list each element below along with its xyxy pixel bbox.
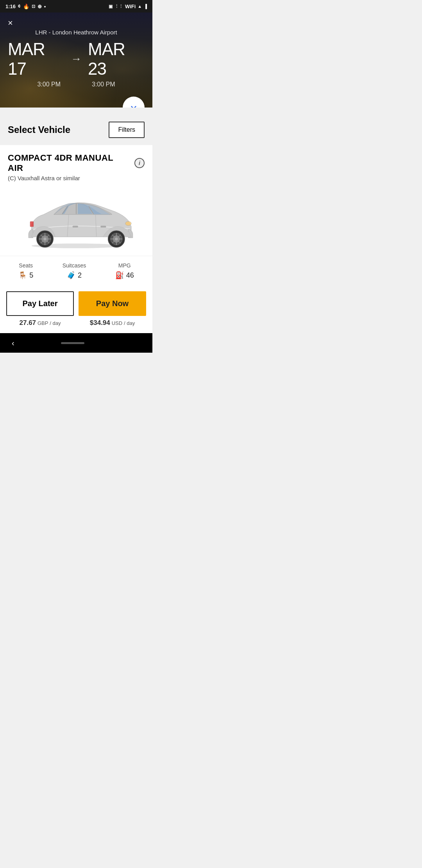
status-time-area: 1:16 ¢ 🔥 ⊡ ⊕ • (5, 4, 46, 9)
hero-arrow-icon: → (71, 53, 82, 65)
fire-icon: 🔥 (23, 4, 29, 9)
bottom-nav: ‹ (0, 333, 152, 353)
car-image-area (0, 181, 152, 256)
hero-dates: MAR 17 → MAR 23 (8, 39, 145, 79)
suitcases-value: 2 (78, 271, 82, 280)
status-icons-area: ▣ ⋮⋮ WiFi ▲ ▐ (109, 4, 147, 9)
mpg-value: 46 (126, 271, 134, 280)
pay-later-unit: / day (50, 320, 61, 326)
svg-point-25 (43, 237, 46, 240)
vehicle-type: COMPACT 4DR MANUAL AIR (8, 153, 131, 173)
pay-now-currency: USD (112, 320, 122, 326)
dot-icon: • (44, 4, 46, 9)
fuel-icon: ⛽ (115, 271, 124, 280)
vehicle-subtitle: (C) Vauxhall Astra or similar (8, 175, 145, 181)
back-button[interactable]: ‹ (12, 339, 14, 348)
hero-time-to: 3:00 PM (92, 81, 115, 88)
spec-mpg: MPG ⛽ 46 (115, 262, 134, 280)
car-image (14, 189, 139, 252)
hero-location: LHR - London Heathrow Airport (8, 29, 145, 36)
close-button[interactable]: × (8, 19, 13, 27)
box-icon: ⊡ (32, 4, 35, 9)
svg-rect-6 (73, 226, 78, 228)
spec-seats: Seats 🪑 5 (18, 262, 33, 280)
cast-icon: ▣ (109, 4, 113, 9)
status-bar: 1:16 ¢ 🔥 ⊡ ⊕ • ▣ ⋮⋮ WiFi ▲ ▐ (0, 0, 152, 13)
svg-point-13 (115, 237, 118, 240)
pay-later-amount: 27.67 (20, 319, 36, 326)
svg-rect-7 (100, 226, 106, 228)
pay-now-amount: $34.94 (90, 319, 110, 326)
signal-icon: ▲ (138, 4, 142, 9)
location-icon: ⊕ (38, 4, 42, 9)
hero-times: 3:00 PM 3:00 PM (8, 81, 145, 88)
mpg-label: MPG (118, 262, 131, 269)
filters-button[interactable]: Filters (109, 122, 145, 138)
svg-point-8 (125, 221, 131, 226)
payment-section: Pay Later Pay Now 27.67 GBP / day $34.94… (0, 287, 152, 333)
price-row: 27.67 GBP / day $34.94 USD / day (6, 319, 146, 327)
home-indicator[interactable] (61, 342, 84, 344)
battery-icon: ▐ (144, 4, 147, 9)
spec-suitcases: Suitcases 🧳 2 (63, 262, 86, 280)
pay-later-currency: GBP (38, 320, 48, 326)
payment-buttons: Pay Later Pay Now (6, 291, 146, 316)
wifi-icon: WiFi (125, 4, 136, 9)
pay-now-button[interactable]: Pay Now (79, 291, 146, 316)
hero-date-from: MAR 17 (8, 39, 64, 79)
pay-later-button[interactable]: Pay Later (6, 291, 74, 316)
pay-now-unit: / day (124, 320, 135, 326)
cent-icon: ¢ (18, 4, 21, 9)
seats-value: 5 (29, 271, 33, 280)
pay-later-price: 27.67 GBP / day (6, 319, 74, 327)
select-vehicle-header: Select Vehicle Filters (0, 108, 152, 145)
expand-button[interactable] (123, 97, 145, 108)
pay-now-price: $34.94 USD / day (79, 319, 146, 327)
hero-time-from: 3:00 PM (37, 81, 61, 88)
hero-date-to: MAR 23 (88, 39, 145, 79)
select-vehicle-title: Select Vehicle (8, 124, 70, 135)
hero-section: × LHR - London Heathrow Airport MAR 17 →… (0, 13, 152, 108)
specs-row: Seats 🪑 5 Suitcases 🧳 2 MPG ⛽ 46 (0, 256, 152, 287)
suitcase-icon: 🧳 (67, 271, 75, 280)
seats-label: Seats (19, 262, 33, 269)
vehicle-card: COMPACT 4DR MANUAL AIR i (C) Vauxhall As… (0, 145, 152, 181)
svg-rect-9 (30, 221, 34, 227)
vibrate-icon: ⋮⋮ (114, 4, 123, 9)
vehicle-info-button[interactable]: i (134, 158, 145, 168)
suitcases-label: Suitcases (63, 262, 86, 269)
seat-icon: 🪑 (18, 271, 27, 280)
status-time: 1:16 (5, 4, 16, 9)
chevron-wrapper (123, 97, 145, 108)
vehicle-type-row: COMPACT 4DR MANUAL AIR i (8, 153, 145, 173)
